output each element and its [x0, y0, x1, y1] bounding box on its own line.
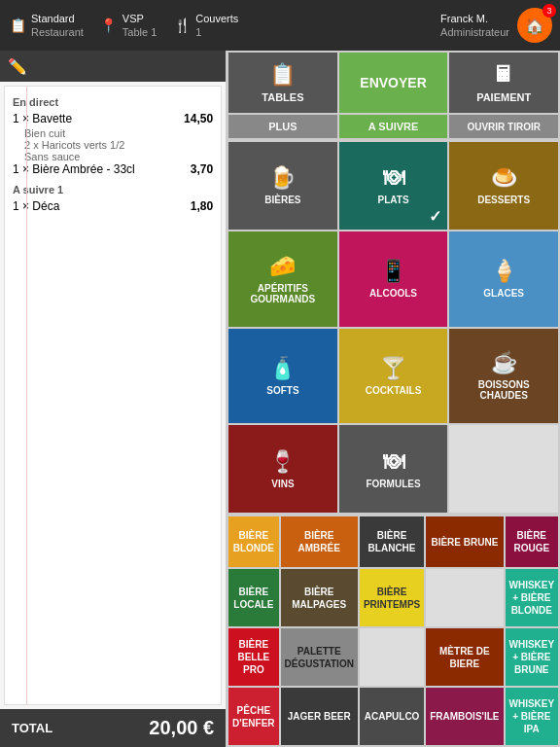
- prod-acapulco[interactable]: ACAPULCO: [360, 688, 424, 745]
- cat-cocktails-button[interactable]: 🍸 COCKTAILS: [339, 329, 448, 424]
- paiement-icon: 🖩: [493, 62, 514, 88]
- item-qty-3: 1 ×: [13, 199, 32, 213]
- cat-plats-button[interactable]: 🍽 PLATS ✓: [339, 142, 448, 230]
- prod-biere-ambree[interactable]: BIÈRE AMBRÉE: [281, 516, 358, 567]
- bieres-icon: 🍺: [269, 165, 296, 191]
- cat-glaces-button[interactable]: 🍦 GLACES: [449, 231, 558, 327]
- paiement-label: PAIEMENT: [476, 91, 531, 103]
- standard-label: Standard: [31, 12, 84, 25]
- item-sub-cuisson: Bien cuit: [13, 127, 213, 139]
- boissons-label: BOISSONS CHAUDES: [453, 379, 554, 401]
- prod-peche-enfer[interactable]: PÊCHE D'ENFER: [228, 688, 279, 745]
- desserts-label: DESSERTS: [477, 195, 530, 205]
- section-en-direct: En direct: [13, 96, 213, 108]
- item-sub-sauce: Sans sauce: [13, 151, 213, 162]
- formules-icon: 🍽: [383, 449, 404, 475]
- order-panel: ✏️ En direct 1 × Bavette 14,50 Bien cuit…: [0, 51, 227, 747]
- prod-whiskey-ipa[interactable]: WHISKEY + BIÈRE IPA: [506, 688, 559, 745]
- prod-biere-blanche[interactable]: BIÈRE BLANCHE: [360, 516, 424, 567]
- prod-biere-blonde[interactable]: BIÈRE BLONDE: [228, 516, 279, 567]
- cat-empty: [449, 425, 558, 513]
- prod-biere-belle-pro[interactable]: BIÈRE BELLE PRO: [228, 628, 279, 686]
- order-item-biere: 1 × Bière Ambrée - 33cl 3,70: [13, 162, 213, 176]
- item-price-3: 1,80: [179, 199, 213, 213]
- ouvrir-label: OUVRIR TIROIR: [467, 122, 541, 132]
- item-sub-haricots: 2 x Haricots verts 1/2: [13, 139, 213, 151]
- item-name-3: Déca: [32, 199, 59, 213]
- tables-icon: 📋: [269, 62, 296, 88]
- user-name: Franck M.: [440, 12, 509, 25]
- prod-biere-printemps[interactable]: BIÈRE PRINTEMPS: [360, 569, 424, 626]
- cat-bieres-button[interactable]: 🍺 BIÈRES: [228, 142, 337, 230]
- item-name-2: Bière Ambrée - 33cl: [32, 162, 134, 176]
- home-badge: 3: [542, 4, 556, 18]
- item-qty: 1 ×: [13, 112, 32, 125]
- header-table: 📍 VSP Table 1: [99, 12, 157, 40]
- header-mode: 📋 Standard Restaurant: [8, 12, 84, 40]
- aperitifs-icon: 🧀: [269, 254, 296, 279]
- edit-icon[interactable]: ✏️: [8, 57, 27, 76]
- right-panel: 📋 TABLES ENVOYER 🖩 PAIEMENT PLUS A SUIVR…: [227, 51, 560, 747]
- prod-whiskey-blonde[interactable]: WHISKEY + BIÈRE BLONDE: [506, 569, 559, 626]
- main-layout: ✏️ En direct 1 × Bavette 14,50 Bien cuit…: [0, 51, 560, 747]
- cat-boissons-button[interactable]: ☕ BOISSONS CHAUDES: [449, 329, 558, 424]
- prod-metre-biere[interactable]: MÈTRE DE BIERE: [426, 628, 503, 686]
- paiement-button[interactable]: 🖩 PAIEMENT: [449, 53, 558, 113]
- glaces-label: GLACES: [483, 288, 524, 299]
- order-top-bar: ✏️: [0, 51, 226, 82]
- bieres-label: BIÈRES: [264, 195, 300, 205]
- prod-biere-brune[interactable]: BIÈRE BRUNE: [426, 516, 503, 567]
- total-amount: 20,00 €: [149, 717, 214, 739]
- vsp-label: VSP: [122, 12, 157, 25]
- prod-empty-2: [360, 628, 424, 686]
- plats-selected-icon: ✓: [429, 207, 441, 226]
- couverts-label: Couverts: [195, 12, 238, 25]
- order-item-deca: 1 × Déca 1,80: [13, 199, 213, 213]
- cutlery-icon: 🍴: [172, 16, 192, 35]
- product-grid: BIÈRE BLONDE BIÈRE AMBRÉE BIÈRE BLANCHE …: [227, 515, 560, 747]
- item-qty-2: 1 ×: [13, 162, 32, 176]
- restaurant-label: Restaurant: [31, 25, 84, 39]
- prod-biere-malpages[interactable]: BIÈRE MALPAGES: [281, 569, 358, 626]
- user-role: Administrateur: [440, 25, 509, 39]
- table-label: Table 1: [122, 25, 157, 39]
- asuivre-label: A SUIVRE: [368, 121, 419, 132]
- desserts-icon: 🍮: [491, 165, 517, 191]
- asuivre-button[interactable]: A SUIVRE: [339, 115, 448, 138]
- vins-icon: 🍷: [269, 449, 296, 475]
- order-item-bavette: 1 × Bavette 14,50: [13, 112, 213, 125]
- order-notebook: En direct 1 × Bavette 14,50 Bien cuit 2 …: [4, 86, 222, 705]
- prod-jager-beer[interactable]: JAGER BEER: [281, 688, 358, 745]
- plus-label: PLUS: [268, 121, 297, 132]
- cat-vins-button[interactable]: 🍷 VINS: [228, 425, 337, 513]
- item-price-2: 3,70: [179, 162, 213, 176]
- tables-button[interactable]: 📋 TABLES: [228, 53, 337, 113]
- softs-icon: 🧴: [269, 356, 296, 381]
- item-name: Bavette: [32, 112, 72, 125]
- book-icon: 📋: [8, 16, 27, 35]
- prod-whiskey-brune[interactable]: WHISKEY + BIÈRE BRUNE: [506, 628, 559, 686]
- plats-label: PLATS: [378, 195, 409, 205]
- prod-palette[interactable]: PALETTE DÉGUSTATION: [281, 628, 358, 686]
- glaces-icon: 🍦: [491, 259, 517, 284]
- envoyer-button[interactable]: ENVOYER: [339, 53, 448, 113]
- cat-softs-button[interactable]: 🧴 SOFTS: [228, 329, 337, 424]
- cocktails-label: COCKTAILS: [366, 385, 422, 396]
- softs-label: SOFTS: [266, 385, 298, 396]
- prod-framboisile[interactable]: FRAMBOIS'ILE: [426, 688, 503, 745]
- prod-biere-locale[interactable]: BIÈRE LOCALE: [228, 569, 279, 626]
- vins-label: VINS: [271, 479, 294, 489]
- header: 📋 Standard Restaurant 📍 VSP Table 1 🍴 Co…: [0, 0, 560, 51]
- cat-formules-button[interactable]: 🍽 FORMULES: [339, 425, 448, 513]
- aperitifs-label: APÉRITIFS GOURMANDS: [232, 283, 333, 304]
- cat-aperitifs-button[interactable]: 🧀 APÉRITIFS GOURMANDS: [228, 231, 337, 327]
- home-button[interactable]: 🏠 3: [517, 8, 552, 43]
- envoyer-label: ENVOYER: [360, 75, 426, 90]
- ouvrir-button[interactable]: OUVRIR TIROIR: [449, 115, 558, 138]
- prod-empty-1: [426, 569, 503, 626]
- prod-biere-rouge[interactable]: BIÈRE ROUGE: [506, 516, 559, 567]
- couverts-count: 1: [195, 25, 238, 39]
- cat-alcools-button[interactable]: 📱 ALCOOLS: [339, 231, 448, 327]
- plus-button[interactable]: PLUS: [228, 115, 337, 138]
- cat-desserts-button[interactable]: 🍮 DESSERTS: [449, 142, 558, 230]
